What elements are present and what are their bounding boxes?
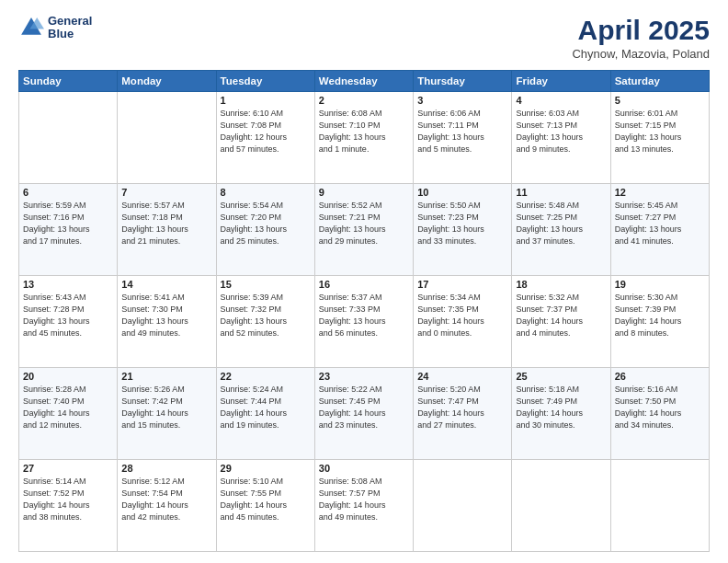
title-month: April 2025: [572, 15, 710, 45]
col-tuesday: Tuesday: [216, 71, 314, 92]
day-number: 3: [417, 95, 507, 106]
logo-text: General Blue: [48, 15, 92, 41]
calendar-cell-w5-d5: [414, 460, 512, 552]
day-info: Sunrise: 5:52 AM Sunset: 7:21 PM Dayligh…: [319, 200, 409, 247]
col-saturday: Saturday: [610, 71, 709, 92]
day-info: Sunrise: 6:01 AM Sunset: 7:15 PM Dayligh…: [615, 108, 705, 155]
day-info: Sunrise: 5:57 AM Sunset: 7:18 PM Dayligh…: [121, 200, 211, 247]
day-number: 23: [319, 371, 409, 382]
col-thursday: Thursday: [414, 71, 512, 92]
logo-line1: General: [48, 15, 92, 28]
calendar-cell-w2-d3: 8Sunrise: 5:54 AM Sunset: 7:20 PM Daylig…: [216, 184, 314, 276]
calendar-cell-w3-d1: 13Sunrise: 5:43 AM Sunset: 7:28 PM Dayli…: [19, 276, 118, 368]
day-info: Sunrise: 5:28 AM Sunset: 7:40 PM Dayligh…: [23, 384, 113, 431]
calendar-cell-w2-d7: 12Sunrise: 5:45 AM Sunset: 7:27 PM Dayli…: [610, 184, 709, 276]
day-info: Sunrise: 5:39 AM Sunset: 7:32 PM Dayligh…: [221, 292, 311, 339]
day-info: Sunrise: 5:08 AM Sunset: 7:57 PM Dayligh…: [319, 476, 409, 523]
logo-icon: [18, 15, 44, 40]
day-info: Sunrise: 5:34 AM Sunset: 7:35 PM Dayligh…: [417, 292, 507, 339]
col-sunday: Sunday: [19, 71, 118, 92]
day-info: Sunrise: 5:24 AM Sunset: 7:44 PM Dayligh…: [221, 384, 311, 431]
calendar-cell-w1-d3: 1Sunrise: 6:10 AM Sunset: 7:08 PM Daylig…: [216, 92, 314, 184]
day-info: Sunrise: 5:20 AM Sunset: 7:47 PM Dayligh…: [417, 384, 507, 431]
calendar-cell-w2-d1: 6Sunrise: 5:59 AM Sunset: 7:16 PM Daylig…: [19, 184, 118, 276]
day-info: Sunrise: 5:16 AM Sunset: 7:50 PM Dayligh…: [615, 384, 705, 431]
day-info: Sunrise: 5:30 AM Sunset: 7:39 PM Dayligh…: [615, 292, 705, 339]
logo-line2: Blue: [48, 28, 92, 40]
day-info: Sunrise: 5:22 AM Sunset: 7:45 PM Dayligh…: [319, 384, 409, 431]
day-info: Sunrise: 5:48 AM Sunset: 7:25 PM Dayligh…: [516, 200, 606, 247]
calendar-cell-w4-d5: 24Sunrise: 5:20 AM Sunset: 7:47 PM Dayli…: [414, 368, 512, 460]
day-info: Sunrise: 5:59 AM Sunset: 7:16 PM Dayligh…: [23, 200, 113, 247]
calendar-table: Sunday Monday Tuesday Wednesday Thursday…: [18, 70, 710, 552]
col-friday: Friday: [512, 71, 610, 92]
calendar-cell-w5-d7: [610, 460, 709, 552]
day-number: 28: [121, 463, 211, 474]
day-info: Sunrise: 6:10 AM Sunset: 7:08 PM Dayligh…: [221, 108, 311, 155]
calendar-cell-w4-d2: 21Sunrise: 5:26 AM Sunset: 7:42 PM Dayli…: [118, 368, 216, 460]
day-number: 24: [417, 371, 507, 382]
calendar-cell-w3-d6: 18Sunrise: 5:32 AM Sunset: 7:37 PM Dayli…: [512, 276, 610, 368]
calendar-cell-w1-d4: 2Sunrise: 6:08 AM Sunset: 7:10 PM Daylig…: [314, 92, 413, 184]
header: General Blue April 2025 Chynow, Mazovia,…: [18, 15, 710, 61]
page: General Blue April 2025 Chynow, Mazovia,…: [0, 0, 728, 563]
calendar-cell-w5-d3: 29Sunrise: 5:10 AM Sunset: 7:55 PM Dayli…: [216, 460, 314, 552]
calendar-cell-w2-d4: 9Sunrise: 5:52 AM Sunset: 7:21 PM Daylig…: [314, 184, 413, 276]
day-number: 6: [23, 187, 113, 198]
day-info: Sunrise: 5:54 AM Sunset: 7:20 PM Dayligh…: [221, 200, 311, 247]
week-row-5: 27Sunrise: 5:14 AM Sunset: 7:52 PM Dayli…: [19, 460, 710, 552]
calendar-cell-w5-d1: 27Sunrise: 5:14 AM Sunset: 7:52 PM Dayli…: [19, 460, 118, 552]
calendar-cell-w1-d1: [19, 92, 118, 184]
day-info: Sunrise: 5:43 AM Sunset: 7:28 PM Dayligh…: [23, 292, 113, 339]
week-row-4: 20Sunrise: 5:28 AM Sunset: 7:40 PM Dayli…: [19, 368, 710, 460]
day-number: 13: [23, 279, 113, 290]
calendar-cell-w5-d6: [512, 460, 610, 552]
day-number: 12: [615, 187, 705, 198]
calendar-cell-w4-d3: 22Sunrise: 5:24 AM Sunset: 7:44 PM Dayli…: [216, 368, 314, 460]
day-number: 21: [121, 371, 211, 382]
calendar-cell-w3-d7: 19Sunrise: 5:30 AM Sunset: 7:39 PM Dayli…: [610, 276, 709, 368]
week-row-1: 1Sunrise: 6:10 AM Sunset: 7:08 PM Daylig…: [19, 92, 710, 184]
col-monday: Monday: [118, 71, 216, 92]
day-info: Sunrise: 5:10 AM Sunset: 7:55 PM Dayligh…: [221, 476, 311, 523]
day-info: Sunrise: 6:06 AM Sunset: 7:11 PM Dayligh…: [417, 108, 507, 155]
calendar-cell-w5-d2: 28Sunrise: 5:12 AM Sunset: 7:54 PM Dayli…: [118, 460, 216, 552]
calendar-cell-w3-d3: 15Sunrise: 5:39 AM Sunset: 7:32 PM Dayli…: [216, 276, 314, 368]
day-number: 8: [221, 187, 311, 198]
day-number: 22: [221, 371, 311, 382]
day-number: 18: [516, 279, 606, 290]
calendar-cell-w3-d4: 16Sunrise: 5:37 AM Sunset: 7:33 PM Dayli…: [314, 276, 413, 368]
calendar-cell-w4-d4: 23Sunrise: 5:22 AM Sunset: 7:45 PM Dayli…: [314, 368, 413, 460]
col-wednesday: Wednesday: [314, 71, 413, 92]
day-info: Sunrise: 5:12 AM Sunset: 7:54 PM Dayligh…: [121, 476, 211, 523]
calendar-cell-w4-d1: 20Sunrise: 5:28 AM Sunset: 7:40 PM Dayli…: [19, 368, 118, 460]
day-info: Sunrise: 5:45 AM Sunset: 7:27 PM Dayligh…: [615, 200, 705, 247]
day-info: Sunrise: 5:18 AM Sunset: 7:49 PM Dayligh…: [516, 384, 606, 431]
calendar-header-row: Sunday Monday Tuesday Wednesday Thursday…: [19, 71, 710, 92]
day-number: 30: [319, 463, 409, 474]
calendar-cell-w3-d2: 14Sunrise: 5:41 AM Sunset: 7:30 PM Dayli…: [118, 276, 216, 368]
day-number: 5: [615, 95, 705, 106]
logo: General Blue: [18, 15, 92, 41]
day-info: Sunrise: 5:41 AM Sunset: 7:30 PM Dayligh…: [121, 292, 211, 339]
calendar-cell-w1-d5: 3Sunrise: 6:06 AM Sunset: 7:11 PM Daylig…: [414, 92, 512, 184]
day-info: Sunrise: 6:03 AM Sunset: 7:13 PM Dayligh…: [516, 108, 606, 155]
day-number: 7: [121, 187, 211, 198]
calendar-cell-w2-d5: 10Sunrise: 5:50 AM Sunset: 7:23 PM Dayli…: [414, 184, 512, 276]
calendar-cell-w3-d5: 17Sunrise: 5:34 AM Sunset: 7:35 PM Dayli…: [414, 276, 512, 368]
day-number: 14: [121, 279, 211, 290]
calendar-cell-w2-d6: 11Sunrise: 5:48 AM Sunset: 7:25 PM Dayli…: [512, 184, 610, 276]
day-number: 17: [417, 279, 507, 290]
calendar-cell-w4-d6: 25Sunrise: 5:18 AM Sunset: 7:49 PM Dayli…: [512, 368, 610, 460]
day-info: Sunrise: 6:08 AM Sunset: 7:10 PM Dayligh…: [319, 108, 409, 155]
day-number: 15: [221, 279, 311, 290]
title-location: Chynow, Mazovia, Poland: [572, 47, 710, 61]
day-info: Sunrise: 5:32 AM Sunset: 7:37 PM Dayligh…: [516, 292, 606, 339]
calendar-cell-w1-d7: 5Sunrise: 6:01 AM Sunset: 7:15 PM Daylig…: [610, 92, 709, 184]
week-row-2: 6Sunrise: 5:59 AM Sunset: 7:16 PM Daylig…: [19, 184, 710, 276]
title-block: April 2025 Chynow, Mazovia, Poland: [572, 15, 710, 61]
calendar-cell-w1-d2: [118, 92, 216, 184]
day-number: 20: [23, 371, 113, 382]
day-number: 19: [615, 279, 705, 290]
day-number: 27: [23, 463, 113, 474]
